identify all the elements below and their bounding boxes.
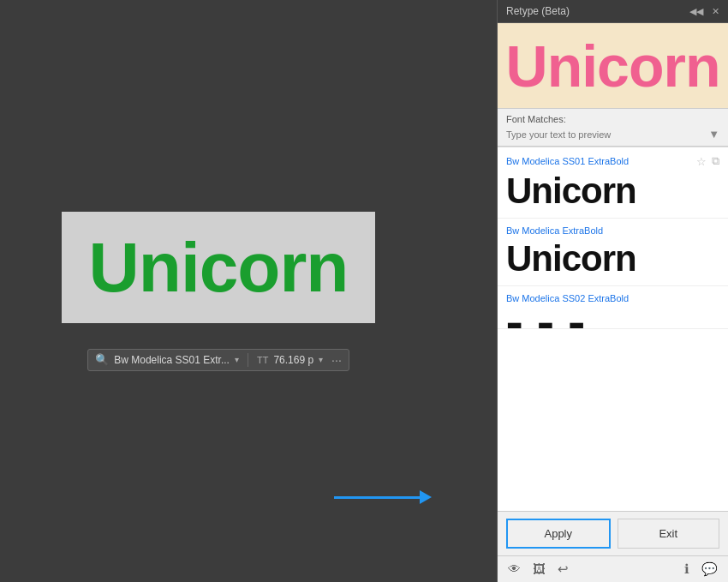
- font-item[interactable]: Bw Modelica ExtraBold Unicorn: [498, 219, 728, 286]
- toolbar-divider: [248, 353, 248, 367]
- close-panel-icon[interactable]: ✕: [712, 6, 719, 17]
- retype-preview-text: Unicorn: [506, 33, 720, 99]
- size-value: 76.169 p: [273, 354, 313, 366]
- copy-icon[interactable]: ⧉: [712, 154, 719, 168]
- panel-buttons: Apply Exit: [498, 511, 728, 555]
- retype-panel: Retype (Beta) ◀◀ ✕ Unicorn Font Matches:…: [497, 0, 728, 582]
- size-icon: TT: [257, 355, 268, 365]
- font-name-label: Bw Modelica SS01 Extr...: [114, 354, 230, 366]
- toolbar-row: 🔍 Bw Modelica SS01 Extr... ▾ TT 76.169 p…: [87, 349, 349, 371]
- apply-button[interactable]: Apply: [506, 519, 611, 549]
- collapse-icon[interactable]: ◀◀: [689, 6, 703, 17]
- image-icon[interactable]: 🖼: [533, 561, 546, 577]
- font-item-preview: Unicorn: [506, 171, 719, 211]
- font-matches-search-row: ▼: [506, 128, 719, 141]
- exit-button[interactable]: Exit: [618, 519, 720, 549]
- font-preview-input[interactable]: [506, 129, 705, 140]
- font-item[interactable]: Bw Modelica SS01 ExtraBold ☆ ⧉ Unicorn: [498, 147, 728, 219]
- font-list[interactable]: Bw Modelica SS01 ExtraBold ☆ ⧉ Unicorn B…: [498, 147, 728, 511]
- panel-header: Retype (Beta) ◀◀ ✕: [498, 0, 728, 23]
- font-matches-section: Font Matches: ▼: [498, 109, 728, 147]
- unicorn-main-text: Unicorn: [89, 228, 349, 306]
- font-item-header: Bw Modelica SS01 ExtraBold ☆ ⧉: [506, 154, 719, 168]
- filter-icon[interactable]: ▼: [708, 128, 719, 141]
- panel-footer-right: ℹ 💬: [684, 561, 718, 577]
- font-item-partial-name: Bw Modelica SS02 ExtraBold: [506, 293, 719, 303]
- font-item-name: Bw Modelica ExtraBold: [506, 225, 603, 236]
- retype-preview-area: Unicorn: [498, 23, 728, 109]
- font-item-name: Bw Modelica SS01 ExtraBold: [506, 156, 629, 166]
- panel-header-icons: ◀◀ ✕: [689, 6, 719, 17]
- panel-footer-left: 👁 🖼 ↩: [508, 561, 569, 577]
- text-preview-box: Unicorn: [62, 212, 376, 323]
- font-matches-label: Font Matches:: [506, 114, 719, 124]
- panel-title: Retype (Beta): [506, 5, 570, 17]
- font-dropdown-arrow[interactable]: ▾: [235, 355, 239, 364]
- search-icon: 🔍: [95, 353, 109, 366]
- font-item-preview: Unicorn: [506, 239, 719, 279]
- info-icon[interactable]: ℹ: [684, 561, 689, 577]
- font-item-partial-preview: ■ ■ ■: [506, 305, 719, 329]
- arrow-line: [334, 496, 420, 499]
- star-icon[interactable]: ☆: [696, 155, 707, 168]
- more-options-icon[interactable]: ···: [331, 353, 342, 367]
- font-item-partial[interactable]: Bw Modelica SS02 ExtraBold ■ ■ ■: [498, 286, 728, 329]
- size-dropdown-arrow[interactable]: ▾: [319, 355, 323, 364]
- arrow-head: [420, 490, 432, 504]
- arrow-container: [334, 490, 432, 504]
- font-item-header: Bw Modelica ExtraBold: [506, 225, 719, 236]
- history-icon[interactable]: ↩: [558, 561, 569, 577]
- panel-footer: 👁 🖼 ↩ ℹ 💬: [498, 555, 728, 582]
- font-item-icons: ☆ ⧉: [696, 154, 719, 168]
- chat-icon[interactable]: 💬: [701, 561, 718, 577]
- eye-icon[interactable]: 👁: [508, 561, 521, 577]
